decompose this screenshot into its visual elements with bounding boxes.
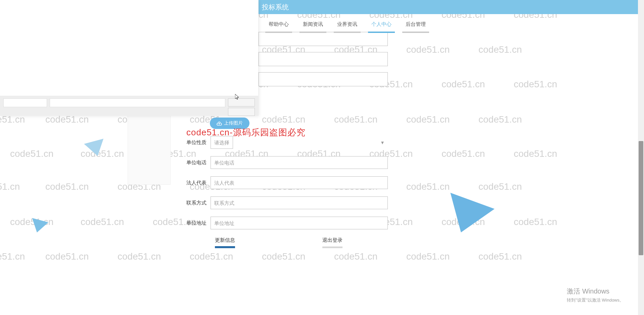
watermark-text: code51.cn: [0, 181, 20, 192]
watermark-text: code51.cn: [45, 251, 89, 262]
upload-label: 上传图片: [224, 120, 243, 126]
overlay-open-button[interactable]: [228, 98, 255, 106]
input-legal[interactable]: [211, 176, 388, 189]
windows-activation-notice: 激活 Windows 转到"设置"以激活 Windows。: [567, 287, 624, 303]
nav-tab-industry[interactable]: 业界资讯: [334, 18, 361, 33]
overlay-dialog: [0, 0, 259, 116]
top-input-1[interactable]: [259, 32, 388, 46]
triangle-decoration-icon: [29, 218, 48, 235]
watermark-text: code51.cn: [406, 114, 450, 125]
watermark-text: code51.cn: [262, 251, 305, 262]
label-legal: 法人代表: [186, 180, 211, 186]
watermark-text: code51.cn: [334, 114, 377, 125]
watermark-text: code51.cn: [10, 148, 53, 159]
overlay-cancel-button[interactable]: [228, 108, 255, 116]
label-contact: 联系方式: [186, 200, 211, 206]
watermark-text: code51.cn: [442, 79, 485, 90]
action-row: 更新信息 退出登录: [215, 235, 342, 245]
watermark-text: code51.cn: [81, 217, 124, 227]
watermark-text: code51.cn: [0, 251, 25, 262]
nav-tab-admin[interactable]: 后台管理: [402, 18, 429, 33]
overlay-filename-label: [3, 98, 47, 107]
watermark-text: code51.cn: [514, 148, 557, 159]
watermark-text: code51.cn: [45, 181, 89, 192]
watermark-text: code51.cn: [406, 181, 450, 192]
logout-button[interactable]: 退出登录: [322, 235, 342, 245]
windows-activation-sub: 转到"设置"以激活 Windows。: [567, 297, 624, 303]
label-phone: 单位电话: [186, 160, 211, 166]
top-input-3[interactable]: [259, 72, 388, 86]
watermark-text: code51.cn: [478, 44, 522, 55]
watermark-text: code51.cn: [442, 148, 485, 159]
watermark-text: code51.cn: [514, 217, 557, 227]
scrollbar-thumb[interactable]: [639, 141, 643, 255]
update-info-button[interactable]: 更新信息: [215, 235, 235, 245]
top-form-inputs: [259, 32, 388, 92]
overlay-toolbar: [0, 96, 258, 116]
red-watermark-text: code51.cn-源码乐园盗图必究: [186, 127, 306, 138]
header-title: 投标系统: [262, 3, 289, 12]
overlay-filename-input[interactable]: [50, 98, 225, 107]
watermark-text: code51.cn: [262, 114, 305, 125]
watermark-text: code51.cn: [478, 251, 522, 262]
profile-form: 单位性质 请选择 单位电话 法人代表 联系方式 单位地址: [186, 136, 388, 237]
watermark-text: code51.cn: [334, 251, 377, 262]
input-address[interactable]: [211, 217, 388, 229]
windows-activation-title: 激活 Windows: [567, 287, 624, 296]
input-contact[interactable]: [211, 196, 388, 209]
cloud-upload-icon: [217, 121, 222, 125]
watermark-text: code51.cn: [190, 251, 233, 262]
mouse-cursor-icon: [235, 94, 240, 101]
label-nature: 单位性质: [186, 139, 211, 146]
triangle-decoration-icon: [439, 193, 495, 240]
vertical-scrollbar[interactable]: [638, 0, 644, 315]
nav-tab-news[interactable]: 新闻资讯: [300, 18, 326, 33]
watermark-text: code51.cn: [406, 44, 450, 55]
input-phone[interactable]: [211, 156, 388, 169]
header-bar: 投标系统: [259, 0, 644, 14]
watermark-text: code51.cn: [514, 79, 557, 90]
nav-tab-profile[interactable]: 个人中心: [368, 18, 395, 33]
nav-tab-help[interactable]: 帮助中心: [265, 18, 292, 33]
triangle-decoration-icon: [84, 139, 107, 159]
nav-tabs: 帮助中心 新闻资讯 业界资讯 个人中心 后台管理: [265, 18, 429, 33]
label-address: 单位地址: [186, 220, 211, 226]
watermark-text: code51.cn: [118, 251, 161, 262]
top-input-2[interactable]: [259, 52, 388, 66]
watermark-text: code51.cn: [478, 114, 522, 125]
watermark-text: code51.cn: [478, 181, 522, 192]
watermark-text: code51.cn: [406, 251, 450, 262]
